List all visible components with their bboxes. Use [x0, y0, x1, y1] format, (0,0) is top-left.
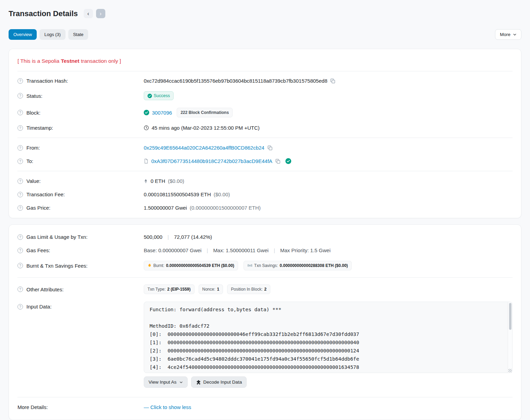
eth-icon: [144, 179, 148, 184]
view-input-as-label: View Input As: [149, 380, 177, 385]
gas-fees-max: Max: 1.500000011 Gwei: [213, 247, 269, 253]
tabs-row: Overview Logs (3) State More: [9, 29, 521, 40]
gas-usage-value: 72,077 (14.42%): [174, 234, 212, 240]
row-gas-limit: ? Gas Limit & Usage by Txn: 500,000 | 72…: [17, 230, 513, 244]
value-usd: ($0.00): [168, 178, 185, 184]
position-in-block-label: Position In Block:: [231, 287, 262, 292]
help-icon[interactable]: ?: [17, 125, 23, 131]
chevron-down-icon: [513, 33, 517, 36]
row-from: ? From: 0x259c49E65644a020C2A642260a4ffB…: [17, 141, 513, 154]
transaction-fee-amount: 0.000108115500504539 ETH: [144, 191, 211, 197]
txn-savings-badge: Txn Savings: 0.000000000000288308 ETH ($…: [244, 261, 352, 270]
from-address-link[interactable]: 0x259c49E65644a020C2A642260a4ffB0CD862cb…: [144, 145, 264, 151]
help-icon[interactable]: ?: [17, 159, 23, 164]
prev-transaction-button[interactable]: ‹: [84, 9, 93, 18]
notice-text: [ This is a Sepolia: [17, 58, 61, 64]
input-actions: View Input As Decode Input Data: [144, 376, 513, 388]
gas-limit-value: 500,000: [144, 234, 162, 240]
testnet-notice: [ This is a Sepolia Testnet transaction …: [17, 52, 513, 71]
transaction-fee-label: Transaction Fee:: [26, 191, 65, 197]
next-transaction-button[interactable]: ›: [96, 9, 105, 18]
help-icon[interactable]: ?: [17, 248, 23, 253]
row-transaction-fee: ? Transaction Fee: 0.000108115500504539 …: [17, 188, 513, 201]
help-icon[interactable]: ?: [17, 304, 23, 310]
burnt-badge: Burnt: 0.000000000000504539 ETH ($0.00): [144, 261, 238, 270]
txn-type-badge: Txn Type: 2 (EIP-1559): [144, 284, 195, 294]
row-gas-price: ? Gas Price: 1.500000007 Gwei (0.0000000…: [17, 201, 513, 214]
burnt-badge-label: Burnt:: [153, 263, 164, 268]
divider: [17, 138, 513, 138]
details-card: ? Gas Limit & Usage by Txn: 500,000 | 72…: [9, 224, 521, 420]
check-circle-icon: [144, 110, 149, 115]
nonce-value: 1: [217, 287, 220, 292]
scrollbar-thumb[interactable]: [509, 303, 511, 330]
chevron-down-icon: [179, 381, 183, 384]
block-confirmations-badge: 222 Block Confirmations: [177, 108, 233, 117]
block-number-link[interactable]: 3007096: [152, 110, 172, 116]
help-icon[interactable]: ?: [17, 110, 23, 115]
help-icon[interactable]: ?: [17, 287, 23, 292]
help-icon[interactable]: ?: [17, 178, 23, 184]
nonce-label: Nonce:: [202, 287, 215, 292]
row-gas-fees: ? Gas Fees: Base: 0.000000007 Gwei | Max…: [17, 244, 513, 257]
copy-icon[interactable]: [330, 78, 335, 84]
row-timestamp: ? Timestamp: 45 mins ago (Mar-02-2023 12…: [17, 121, 513, 135]
status-badge: Success: [144, 91, 174, 100]
burnt-badge-value: 0.000000000000504539 ETH ($0.00): [166, 263, 234, 268]
tab-state[interactable]: State: [68, 29, 88, 40]
help-icon[interactable]: ?: [17, 192, 23, 197]
help-icon[interactable]: ?: [17, 145, 23, 151]
help-icon[interactable]: ?: [17, 234, 23, 240]
view-input-as-button[interactable]: View Input As: [144, 376, 188, 388]
separator: |: [207, 247, 208, 253]
more-details-label: More Details:: [17, 404, 48, 410]
from-label: From:: [26, 145, 40, 151]
divider: [17, 171, 513, 171]
puzzle-icon: [196, 380, 201, 385]
position-in-block-value: 2: [264, 287, 267, 292]
notice-testnet: Testnet: [61, 58, 79, 64]
help-icon[interactable]: ?: [17, 93, 23, 98]
help-icon[interactable]: ?: [17, 78, 23, 84]
value-amount: 0 ETH: [151, 178, 165, 184]
decode-input-data-label: Decode Input Data: [203, 380, 242, 385]
overview-card: [ This is a Sepolia Testnet transaction …: [9, 49, 521, 218]
clock-icon: [144, 125, 149, 130]
tab-logs[interactable]: Logs (3): [39, 29, 66, 40]
help-icon[interactable]: ?: [17, 263, 23, 268]
copy-icon[interactable]: [275, 159, 281, 164]
resize-grip[interactable]: [508, 369, 512, 372]
separator: |: [167, 234, 169, 240]
decode-input-data-button[interactable]: Decode Input Data: [191, 376, 247, 388]
txn-type-value: 2 (EIP-1559): [167, 287, 190, 292]
verified-check-icon: [285, 158, 291, 164]
row-to: ? To: 0xA3f07D6773514480b918C2742b027b3a…: [17, 154, 513, 168]
input-data-container: Function: forward(address to,bytes data)…: [144, 302, 513, 373]
more-dropdown-button[interactable]: More: [495, 29, 521, 40]
tab-overview[interactable]: Overview: [9, 29, 37, 40]
row-value: ? Value: 0 ETH ($0.00): [17, 174, 513, 188]
scrollbar-track[interactable]: [508, 302, 512, 373]
to-address-link[interactable]: 0xA3f07D6773514480b918C2742b027b3acD9E44…: [151, 158, 272, 164]
burnt-savings-label: Burnt & Txn Savings Fees:: [26, 263, 87, 269]
input-data-label: Input Data:: [26, 304, 51, 310]
gas-limit-label: Gas Limit & Usage by Txn:: [26, 234, 87, 240]
more-label: More: [500, 32, 510, 37]
copy-icon[interactable]: [267, 145, 273, 151]
tabs: Overview Logs (3) State: [9, 29, 88, 40]
help-icon[interactable]: ?: [17, 205, 23, 211]
txn-savings-badge-value: 0.000000000000288308 ETH ($0.00): [280, 263, 348, 268]
row-block: ? Block: 3007096 222 Block Confirmations: [17, 104, 513, 121]
separator: |: [274, 247, 275, 253]
timestamp-value: 45 mins ago (Mar-02-2023 12:55:00 PM +UT…: [152, 125, 260, 131]
row-burnt-savings: ? Burnt & Txn Savings Fees: Burnt: 0.000…: [17, 257, 513, 274]
show-less-link[interactable]: — Click to show less: [144, 404, 191, 410]
divider: [17, 397, 513, 397]
row-other-attributes: ? Other Attributes: Txn Type: 2 (EIP-155…: [17, 281, 513, 298]
other-attributes-label: Other Attributes:: [26, 287, 63, 292]
value-label: Value:: [26, 178, 40, 184]
input-data-textarea[interactable]: Function: forward(address to,bytes data)…: [144, 302, 513, 373]
position-in-block-badge: Position In Block: 2: [227, 284, 270, 294]
check-circle-icon: [148, 94, 152, 98]
row-input-data: ? Input Data: Function: forward(address …: [17, 298, 513, 392]
